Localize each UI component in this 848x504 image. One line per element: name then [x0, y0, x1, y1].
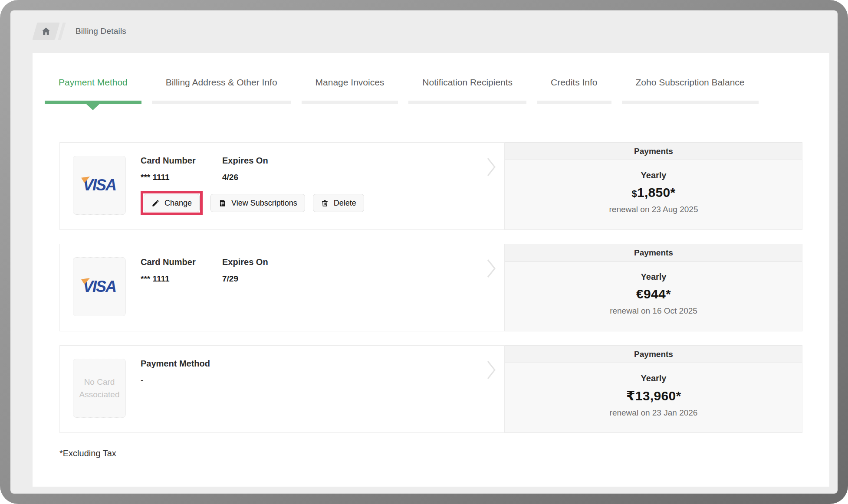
change-button-highlight: Change: [141, 191, 203, 215]
home-icon: [39, 26, 53, 37]
visa-card-tile: VISA: [73, 156, 126, 215]
renewal-date: renewal on 16 Oct 2025: [610, 306, 697, 316]
expires-on-value: 4/26: [222, 173, 278, 182]
expires-on-label: Expires On: [222, 156, 278, 166]
payments-header: Payments: [505, 346, 802, 363]
expires-on-field: Expires On 4/26: [222, 156, 278, 182]
expires-on-field: Expires On 7/29: [222, 257, 278, 284]
chevron-right-icon[interactable]: [485, 155, 497, 179]
breadcrumb: Billing Details: [35, 23, 126, 40]
view-subscriptions-button[interactable]: View Subscriptions: [210, 194, 305, 212]
card-number-field: Card Number *** 1111: [141, 257, 196, 284]
breadcrumb-label: Billing Details: [76, 26, 126, 36]
payments-header: Payments: [505, 143, 802, 160]
card-info-panel: No Card Associated Payment Method -: [59, 345, 505, 433]
page-background: Billing Details Payment Method Billing A…: [10, 10, 838, 494]
payment-amount: €944*: [636, 287, 671, 301]
card-actions: Change View Subscriptions: [141, 191, 364, 215]
payments-header: Payments: [505, 244, 802, 262]
currency-symbol: $: [631, 188, 637, 199]
billing-cycle: Yearly: [641, 272, 667, 282]
payment-amount: ₹13,960*: [626, 388, 681, 403]
currency-symbol: €: [636, 287, 644, 301]
home-button[interactable]: [32, 23, 59, 40]
billing-cycle: Yearly: [641, 170, 667, 180]
change-button[interactable]: Change: [144, 194, 200, 212]
payment-method-value: -: [141, 376, 210, 385]
renewal-date: renewal on 23 Aug 2025: [609, 205, 698, 214]
breadcrumb-separator: [58, 23, 66, 40]
payment-method-field: Payment Method -: [141, 359, 210, 385]
tab-underline: [537, 101, 611, 104]
visa-card-tile: VISA: [73, 257, 126, 316]
card-number-value: *** 1111: [141, 274, 196, 284]
tab-active-underline: [45, 101, 141, 104]
screenshot-frame: Billing Details Payment Method Billing A…: [0, 0, 848, 504]
tab-underline: [408, 101, 526, 104]
chevron-right-icon[interactable]: [485, 358, 497, 382]
payment-method-row: VISA Card Number *** 1111 Expires On: [59, 244, 802, 331]
currency-symbol: ₹: [626, 389, 635, 403]
tab-zoho-subscription-balance[interactable]: Zoho Subscription Balance: [622, 77, 759, 104]
pencil-icon: [151, 199, 160, 207]
card-info-panel: VISA Card Number *** 1111 Expires On: [59, 142, 505, 230]
card-info-panel: VISA Card Number *** 1111 Expires On: [59, 244, 505, 331]
card-number-label: Card Number: [141, 257, 196, 267]
expires-on-value: 7/29: [222, 274, 278, 284]
payments-panel: Payments Yearly €944* renewal on 16 Oct …: [505, 244, 802, 331]
payments-panel: Payments Yearly ₹13,960* renewal on 23 J…: [505, 345, 802, 433]
expires-on-label: Expires On: [222, 257, 278, 267]
renewal-date: renewal on 23 Jan 2026: [610, 408, 698, 418]
tab-notification-recipients[interactable]: Notification Recipients: [408, 77, 526, 104]
tab-payment-method[interactable]: Payment Method: [45, 77, 141, 104]
payments-panel: Payments Yearly $1,850* renewal on 23 Au…: [505, 142, 802, 230]
payment-method-label: Payment Method: [141, 359, 210, 369]
payment-method-row: No Card Associated Payment Method -: [59, 345, 802, 433]
tab-underline: [622, 101, 759, 104]
card-number-value: *** 1111: [141, 173, 196, 182]
tab-underline: [302, 101, 398, 104]
no-card-associated-text: No Card Associated: [78, 376, 121, 401]
payment-amount: $1,850*: [631, 185, 675, 200]
card-number-field: Card Number *** 1111: [141, 156, 196, 182]
delete-button[interactable]: Delete: [313, 194, 364, 212]
tab-credits-info[interactable]: Credits Info: [537, 77, 611, 104]
billing-details-card: Payment Method Billing Address & Other I…: [33, 53, 829, 487]
visa-logo: VISA: [83, 176, 116, 194]
trash-icon: [321, 199, 329, 207]
visa-logo: VISA: [83, 278, 116, 296]
tab-bar: Payment Method Billing Address & Other I…: [33, 53, 829, 104]
chevron-right-icon[interactable]: [485, 256, 497, 281]
no-card-tile: No Card Associated: [73, 359, 126, 418]
invoice-icon: [218, 199, 227, 207]
billing-cycle: Yearly: [641, 373, 667, 383]
card-number-label: Card Number: [141, 156, 196, 166]
payment-method-row: VISA Card Number *** 1111 Expires On: [59, 142, 802, 230]
payment-method-list: VISA Card Number *** 1111 Expires On: [59, 142, 802, 447]
tab-manage-invoices[interactable]: Manage Invoices: [302, 77, 398, 104]
tab-underline: [152, 101, 291, 104]
tab-billing-address[interactable]: Billing Address & Other Info: [152, 77, 291, 104]
excluding-tax-note: *Excluding Tax: [59, 448, 116, 458]
